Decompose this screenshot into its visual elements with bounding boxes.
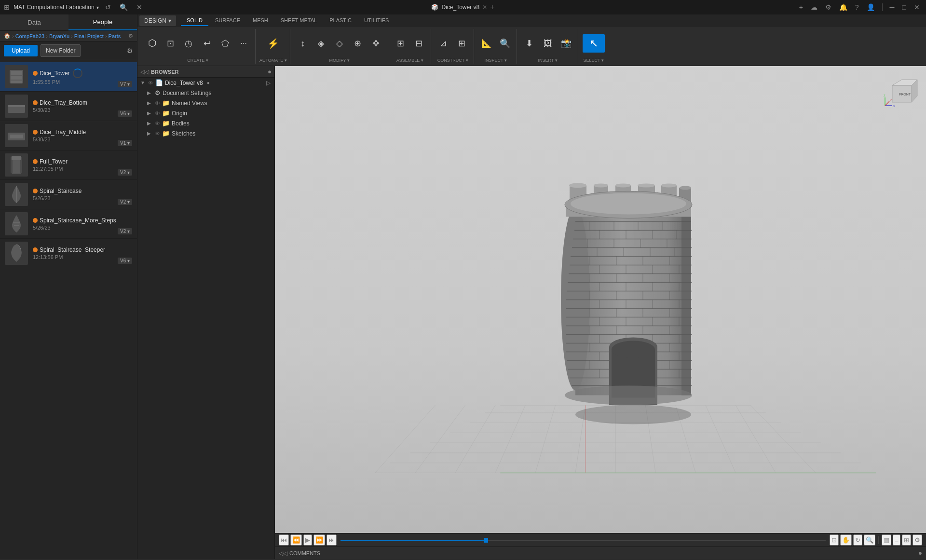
browser-bullet-btn[interactable]: ● [268, 68, 272, 75]
zoom-btn[interactable]: 🔍 [864, 534, 875, 546]
file-item[interactable]: Spiral_Staircase_Steeper 12:13:56 PM V6 … [0, 239, 137, 268]
panel-settings-button[interactable]: ⚙ [127, 47, 133, 55]
browser-root-eye[interactable]: 👁 [148, 80, 153, 86]
file-item[interactable]: Full_Tower 12:27:05 PM V2 ▾ [0, 150, 137, 180]
browser-root-item[interactable]: ▼ 👁 📄 Dice_Tower v8 ● ▷ [137, 78, 274, 88]
window-close-btn[interactable]: ✕ [912, 2, 922, 12]
pan-btn[interactable]: ✋ [840, 534, 852, 546]
midplane-tool[interactable]: ⊞ [453, 38, 471, 49]
revolve-tool[interactable]: ◷ [180, 38, 197, 49]
nav-cube[interactable]: FRONT X Z Y [883, 71, 921, 109]
joint-tool[interactable]: ⊞ [392, 38, 409, 49]
sketches-eye[interactable]: 👁 [155, 131, 160, 137]
design-dropdown[interactable]: DESIGN ▾ [139, 15, 176, 26]
offset-plane-tool[interactable]: ⊿ [435, 38, 452, 49]
motion-link-tool[interactable]: ⊟ [410, 38, 428, 49]
loft-tool[interactable]: ⬠ [217, 38, 234, 49]
file-item[interactable]: Spiral_Staircase 5/26/23 V2 ▾ [0, 180, 137, 209]
new-folder-button[interactable]: New Folder [41, 44, 81, 57]
insert-canvas-tool[interactable]: 🖼 [539, 38, 557, 49]
play-prev-btn[interactable]: ⏪ [290, 534, 302, 546]
named-views-expand[interactable]: ▶ [147, 100, 153, 106]
browser-root-expand[interactable]: ▼ [140, 80, 146, 85]
bodies-expand[interactable]: ▶ [147, 121, 153, 126]
extrude-tool[interactable]: ⊡ [162, 38, 179, 49]
move-tool[interactable]: ✥ [368, 38, 385, 49]
file-item[interactable]: Spiral_Staircase_More_Steps 5/26/23 V2 ▾ [0, 209, 137, 239]
doc-add-btn[interactable]: + [490, 3, 494, 12]
tab-people[interactable]: People [68, 14, 137, 30]
canvas-area[interactable]: FRONT X Z Y [275, 66, 926, 533]
new-component-tool[interactable]: ⬡ [143, 37, 161, 50]
insert-decal-tool[interactable]: 📸 [558, 38, 575, 49]
chamfer-tool[interactable]: ◇ [331, 38, 348, 49]
named-views-eye[interactable]: 👁 [155, 100, 160, 106]
snap-btn[interactable]: ⊞ [902, 534, 911, 546]
play-btn[interactable]: ▶ [303, 534, 312, 546]
tab-surface[interactable]: SURFACE [209, 15, 246, 26]
file-item[interactable]: Dice_Tray_Bottom 5/30/23 V6 ▾ [0, 92, 137, 121]
cloud-btn[interactable]: ☁ [808, 2, 820, 12]
file-thumbnail [5, 95, 28, 118]
view-cube-btn[interactable]: ⊡ [830, 534, 839, 546]
display-mode-btn[interactable]: ▦ [882, 534, 891, 546]
origin-expand[interactable]: ▶ [147, 110, 153, 116]
search-btn[interactable]: 🔍 [117, 2, 130, 12]
more-create-btn[interactable]: ⋯ [235, 39, 252, 48]
bc-bryanxu[interactable]: BryanXu [49, 33, 69, 39]
insert-derive-tool[interactable]: ⬇ [521, 38, 538, 49]
tab-solid[interactable]: SOLID [181, 15, 208, 26]
tab-sheetmetal[interactable]: SHEET METAL [275, 15, 323, 26]
automate-tool[interactable]: ⚡ [264, 37, 282, 50]
press-pull-tool[interactable]: ↕ [294, 38, 312, 49]
doc-settings-expand[interactable]: ▶ [147, 90, 153, 96]
bodies-eye[interactable]: 👁 [155, 121, 160, 126]
bc-compfab[interactable]: CompFab23 [15, 33, 45, 39]
browser-origin[interactable]: ▶ 👁 📁 Origin [137, 108, 274, 118]
maximize-btn[interactable]: □ [900, 2, 909, 12]
measure-tool[interactable]: 📐 [478, 38, 495, 49]
sketches-expand[interactable]: ▶ [147, 131, 153, 136]
tab-plastic[interactable]: PLASTIC [324, 15, 357, 26]
browser-sketches[interactable]: ▶ 👁 📁 Sketches [137, 128, 274, 138]
play-end-btn[interactable]: ⏭ [327, 534, 337, 546]
play-start-btn[interactable]: ⏮ [279, 534, 289, 546]
account-btn[interactable]: 👤 [864, 2, 877, 12]
notifications-btn[interactable]: 🔔 [837, 2, 850, 12]
settings-btn[interactable]: ⚙ [823, 2, 834, 12]
bc-finalproject[interactable]: Final Project [74, 33, 104, 39]
tab-utilities[interactable]: UTILITIES [358, 15, 395, 26]
origin-eye[interactable]: 👁 [155, 110, 160, 116]
orbit-btn[interactable]: ↻ [853, 534, 862, 546]
close-btn[interactable]: ✕ [134, 2, 145, 12]
bc-parts[interactable]: Parts [109, 33, 121, 39]
interference-tool[interactable]: 🔍 [496, 38, 514, 49]
grid-btn[interactable]: ≡ [893, 534, 900, 546]
shell-tool[interactable]: ⊕ [349, 38, 367, 49]
file-item[interactable]: Dice_Tray_Middle 5/30/23 V1 ▾ [0, 121, 137, 150]
browser-bodies[interactable]: ▶ 👁 📁 Bodies [137, 118, 274, 128]
tab-mesh[interactable]: MESH [247, 15, 274, 26]
comments-bullet-btn[interactable]: ● [918, 549, 922, 557]
comments-collapse-btn[interactable]: ◁◁ [279, 550, 287, 557]
select-tool[interactable]: ↖ [583, 34, 605, 53]
add-window-btn[interactable]: + [797, 2, 805, 12]
browser-doc-settings[interactable]: ▶ ⚙ Document Settings [137, 88, 274, 98]
fillet-tool[interactable]: ◈ [313, 38, 330, 49]
sweep-tool[interactable]: ↩ [198, 38, 216, 49]
browser-root-play[interactable]: ▷ [266, 80, 271, 86]
browser-named-views[interactable]: ▶ 👁 📁 Named Views [137, 98, 274, 108]
help-btn[interactable]: ? [853, 2, 861, 12]
file-item[interactable]: Dice_Tower 1:55:55 PM V7 ▾ [0, 62, 137, 92]
doc-close-btn[interactable]: ✕ [482, 4, 487, 11]
bc-home-icon[interactable]: 🏠 [4, 33, 11, 39]
upload-button[interactable]: Upload [4, 45, 38, 56]
browser-collapse-btn[interactable]: ◁◁ [140, 68, 149, 75]
settings-tool-btn[interactable]: ⚙ [912, 534, 922, 546]
tab-data[interactable]: Data [0, 14, 68, 30]
refresh-btn[interactable]: ↺ [103, 2, 113, 12]
minimize-btn[interactable]: ─ [887, 2, 897, 12]
workspace-button[interactable]: MAT Computational Fabrication ▾ [14, 4, 99, 11]
play-next-btn[interactable]: ⏩ [313, 534, 325, 546]
bc-settings-icon[interactable]: ⚙ [128, 33, 133, 39]
